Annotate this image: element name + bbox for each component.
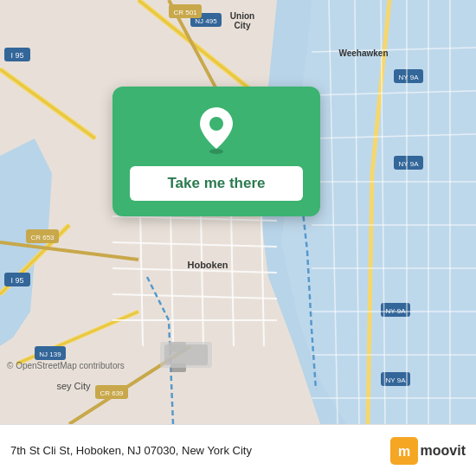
moovit-text: moovit	[421, 443, 466, 459]
bottom-bar: 7th St Cli St, Hoboken, NJ 07030, New Yo…	[0, 424, 476, 476]
attribution-text: © OpenStreetMap contributors	[7, 361, 125, 370]
svg-text:CR 639: CR 639	[100, 389, 124, 397]
svg-rect-80	[164, 344, 208, 365]
moovit-logo-icon: m	[390, 437, 418, 465]
moovit-logo: m moovit	[390, 437, 466, 465]
svg-point-81	[209, 149, 223, 154]
location-card: Take me there	[113, 87, 320, 216]
svg-text:NY 9A: NY 9A	[399, 74, 420, 81]
address-text: 7th St Cli St, Hoboken, NJ 07030, New Yo…	[10, 444, 390, 457]
svg-text:CR 501: CR 501	[173, 9, 197, 16]
svg-text:Hoboken: Hoboken	[187, 260, 228, 270]
take-me-there-button[interactable]: Take me there	[130, 166, 303, 201]
svg-text:Weehawken: Weehawken	[338, 48, 388, 58]
svg-text:NY 9A: NY 9A	[386, 376, 407, 384]
svg-text:m: m	[397, 444, 409, 459]
svg-text:City: City	[235, 21, 251, 30]
svg-text:Union: Union	[230, 11, 254, 21]
svg-text:NJ 139: NJ 139	[39, 351, 61, 358]
svg-text:sey City: sey City	[56, 381, 91, 391]
svg-text:I 95: I 95	[10, 276, 23, 285]
svg-text:NJ 495: NJ 495	[195, 17, 217, 25]
pin-icon-container	[196, 106, 237, 158]
svg-point-82	[209, 117, 223, 131]
map-container: I 95 I 95 NJ 139 NJ 495 CR 501 CR 653 CR…	[0, 0, 476, 424]
svg-text:CR 653: CR 653	[30, 234, 55, 241]
svg-text:NY 9A: NY 9A	[399, 160, 420, 168]
svg-text:I 95: I 95	[10, 51, 23, 60]
osm-attribution: © OpenStreetMap contributors	[7, 361, 125, 370]
pin-icon	[196, 106, 237, 154]
